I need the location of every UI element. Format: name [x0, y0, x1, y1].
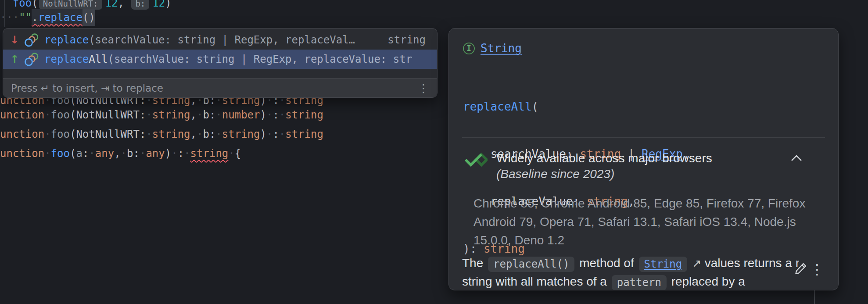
code-line-replace[interactable]: ···"".replace() [0, 8, 95, 27]
more-options-icon[interactable]: ⋮ [810, 261, 824, 278]
code-token: , [114, 147, 120, 160]
code-token: foo [51, 147, 70, 160]
code-token: · [197, 109, 203, 121]
code-token: · [279, 128, 285, 140]
doc-divider [462, 137, 825, 138]
text: The [462, 256, 487, 270]
string-link-chip[interactable]: String [639, 257, 688, 272]
description-line: string with all matches of a pattern rep… [462, 272, 799, 290]
code-token: · [44, 147, 50, 160]
code-token: 12 [105, 0, 118, 9]
code-token: string [152, 128, 190, 140]
browser-support-line: Android 79, Opera 71, Safari 13.1, Safar… [473, 213, 805, 231]
description-line: The replaceAll() method of String ↗ valu… [462, 254, 799, 272]
code-token: number [222, 109, 260, 121]
more-options-icon[interactable]: ⋮ [418, 82, 429, 95]
code-token: : [178, 147, 184, 160]
code-token: any [146, 147, 165, 160]
code-token: foo [51, 109, 70, 121]
code-token: b: [131, 0, 149, 10]
completion-popup: ↓ replace(searchValue: string | RegExp, … [3, 28, 438, 98]
code-line-foo-any[interactable]: unction·foo(a:·any,·b:·any)·:·string·{ [0, 144, 241, 163]
code-token: ( [70, 109, 76, 121]
completion-name: replace [44, 30, 89, 50]
code-token: ( [70, 128, 76, 140]
code-token: foo [51, 128, 70, 140]
text: values returns a ne [701, 256, 799, 270]
code-token: · [146, 128, 152, 140]
code-line-foo-number[interactable]: unction·foo(NotNullWRT:·string,·b:·numbe… [0, 105, 323, 125]
code-token: , [118, 0, 130, 9]
code-token: ) [165, 147, 171, 160]
code-token: ( [532, 100, 539, 113]
baseline-subtitle: (Baseline since 2023) [496, 166, 712, 182]
code-token: · [44, 128, 50, 140]
code-token: string [222, 128, 260, 140]
code-token: · [44, 109, 50, 121]
code-token: "" [19, 11, 32, 24]
code-token: replaceAll [463, 100, 532, 113]
code-token: : [273, 109, 279, 121]
code-token: ) [260, 128, 266, 140]
doc-header: I String [463, 42, 522, 55]
code-token: ··· [0, 11, 19, 24]
text: method of [576, 256, 637, 270]
completion-name: replaceAll [44, 50, 108, 69]
code-token: : [140, 109, 146, 121]
code-token: : [273, 128, 279, 140]
code-token: · [89, 147, 95, 160]
rank-up-icon: ↑ [10, 54, 23, 64]
code-token: a [76, 147, 82, 160]
text: string with all matches of a [462, 275, 610, 288]
code-token: NotNullWRT [76, 128, 140, 140]
code-token: · [279, 109, 285, 121]
code-token: { [235, 147, 241, 160]
documentation-popup: I String replaceAll( searchValue: string… [448, 28, 839, 290]
code-token: · [121, 147, 127, 160]
external-link-arrow-icon: ↗ [692, 257, 701, 269]
interface-icon: I [463, 43, 475, 54]
code-token: · [146, 109, 152, 121]
method-icon [23, 33, 39, 47]
text [689, 256, 692, 270]
panel-divider-line [814, 290, 815, 304]
code-token: · [184, 147, 190, 160]
completion-signature: (searchValue: string | RegExp, replaceVa… [108, 50, 412, 69]
code-token: ( [70, 147, 76, 160]
browser-support-line: Chrome 85, Chrome Android 85, Edge 85, F… [473, 194, 805, 213]
code-token: () [82, 9, 95, 26]
code-token: : [133, 147, 140, 160]
code-token: , [190, 128, 197, 140]
code-token: b [127, 147, 133, 160]
code-token: · [215, 128, 222, 140]
code-token: unction [0, 109, 44, 121]
code-token: · [197, 128, 203, 140]
code-token: ) [165, 0, 171, 9]
code-token: , [190, 109, 197, 121]
code-token: · [171, 147, 177, 160]
code-token: ) [260, 109, 266, 121]
edit-icon[interactable] [793, 260, 809, 277]
browser-support-line: 15.0.0, Deno 1.2 [473, 231, 805, 250]
completion-return-type: string [379, 30, 426, 50]
code-token: string [285, 128, 323, 140]
string-type-link[interactable]: String [481, 42, 522, 55]
baseline-widely-available-icon [464, 150, 488, 169]
code-token: : [209, 109, 215, 121]
code-token: : [140, 128, 146, 140]
completion-item-replace[interactable]: ↓ replace(searchValue: string | RegExp, … [3, 30, 437, 50]
completion-hint-text: Press ↵ to insert, ⇥ to replace [11, 82, 163, 94]
code-chip: pattern [612, 275, 667, 290]
code-token: · [140, 147, 146, 160]
signature-line: replaceAll( [463, 99, 690, 114]
chevron-up-icon[interactable] [791, 155, 802, 161]
completion-item-replaceall[interactable]: ↑ replaceAll(searchValue: string | RegEx… [3, 50, 437, 69]
code-token: · [266, 109, 273, 121]
code-token: · [215, 109, 222, 121]
baseline-title: Widely available across major browsers [496, 150, 712, 166]
method-icon [23, 52, 39, 67]
rank-down-icon: ↓ [10, 35, 23, 45]
code-line-foo-string[interactable]: unction·foo(NotNullWRT:·string,·b:·strin… [0, 125, 323, 144]
code-token: unction [0, 147, 44, 160]
code-token: : [82, 147, 89, 160]
